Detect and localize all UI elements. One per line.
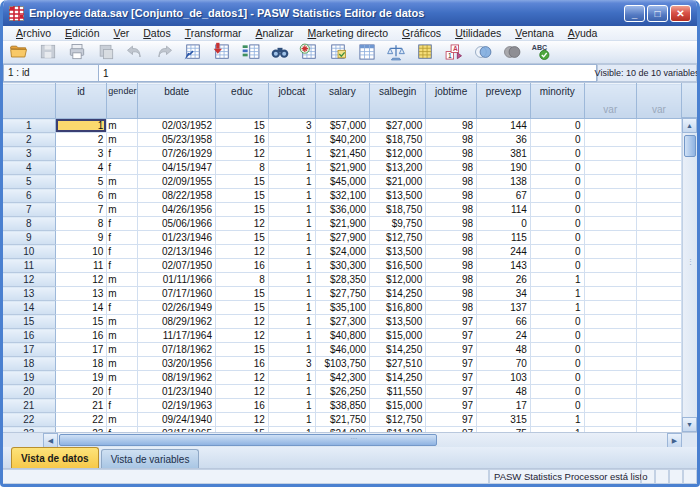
use-variable-sets-icon[interactable] (471, 42, 495, 63)
cell[interactable] (637, 161, 682, 175)
cell[interactable]: 3 (268, 357, 315, 371)
cell[interactable]: 1 (268, 399, 315, 413)
cell[interactable]: 16 (215, 357, 268, 371)
cell[interactable]: $27,510 (370, 357, 426, 371)
menu-archivo[interactable]: Archivo (9, 26, 58, 41)
cell[interactable]: 02/26/1949 (138, 301, 216, 315)
cell[interactable] (584, 203, 636, 217)
cell[interactable]: 1 (268, 315, 315, 329)
cell[interactable]: f (107, 161, 138, 175)
cell[interactable] (584, 399, 636, 413)
cell[interactable]: 98 (426, 245, 477, 259)
cell[interactable]: 01/11/1966 (138, 273, 216, 287)
cell[interactable]: m (107, 329, 138, 343)
cell[interactable]: 02/09/1955 (138, 175, 216, 189)
cell[interactable]: 0 (530, 259, 584, 273)
cell[interactable]: 01/23/1946 (138, 231, 216, 245)
cell[interactable] (584, 133, 636, 147)
cell[interactable]: 1 (268, 231, 315, 245)
cell[interactable]: m (107, 119, 138, 133)
row-header-15[interactable]: 15 (3, 315, 55, 329)
cell[interactable]: 05/06/1966 (138, 217, 216, 231)
cell[interactable]: $36,000 (315, 203, 370, 217)
cell[interactable]: $28,350 (315, 273, 370, 287)
cell[interactable]: 98 (426, 189, 477, 203)
scroll-up-arrow[interactable]: ▲ (682, 118, 697, 133)
cell[interactable]: $21,750 (315, 413, 370, 427)
column-header-jobcat[interactable]: jobcat (268, 84, 315, 119)
cell[interactable]: 13 (55, 287, 107, 301)
cell[interactable]: 08/22/1958 (138, 189, 216, 203)
cell[interactable]: 10 (55, 245, 107, 259)
cell[interactable]: 98 (426, 287, 477, 301)
cell[interactable]: 17 (55, 343, 107, 357)
cell[interactable]: $45,000 (315, 175, 370, 189)
cell[interactable]: 1 (268, 343, 315, 357)
cell[interactable]: 98 (426, 147, 477, 161)
horizontal-scroll-track[interactable]: ⋯ (58, 433, 667, 447)
insert-variable-icon[interactable] (326, 42, 350, 63)
pane-splitter-handle[interactable]: ⋮ (687, 258, 695, 266)
cell[interactable]: 12 (55, 273, 107, 287)
cell[interactable] (584, 175, 636, 189)
cell[interactable]: $38,850 (315, 399, 370, 413)
cell[interactable] (584, 245, 636, 259)
cell[interactable]: 04/26/1956 (138, 203, 216, 217)
cell[interactable]: 1 (268, 189, 315, 203)
row-header-22[interactable]: 22 (3, 413, 55, 427)
cell[interactable]: 15 (55, 315, 107, 329)
cell[interactable]: 22 (55, 413, 107, 427)
cell[interactable]: 1 (268, 175, 315, 189)
cell[interactable] (637, 119, 682, 133)
cell[interactable]: 0 (530, 203, 584, 217)
column-header-salary[interactable]: salary (315, 84, 370, 119)
column-header-gender[interactable]: gender (107, 84, 138, 119)
cell[interactable]: 114 (477, 203, 531, 217)
cell[interactable]: 26 (477, 273, 531, 287)
cell[interactable]: 1 (268, 413, 315, 427)
cell[interactable] (584, 161, 636, 175)
open-file-icon[interactable] (7, 42, 31, 63)
cell[interactable]: 70 (477, 357, 531, 371)
goto-variable-icon[interactable] (210, 42, 234, 63)
cell[interactable]: 97 (426, 357, 477, 371)
cell[interactable] (584, 189, 636, 203)
scroll-down-arrow[interactable]: ▼ (682, 417, 697, 432)
cell[interactable]: 15 (215, 203, 268, 217)
cell[interactable]: 67 (477, 189, 531, 203)
cell[interactable]: $11,550 (370, 385, 426, 399)
cell[interactable]: 05/23/1958 (138, 133, 216, 147)
spell-check-icon[interactable]: ABC (529, 42, 553, 63)
cell[interactable]: f (107, 231, 138, 245)
cell[interactable]: 04/15/1947 (138, 161, 216, 175)
cell[interactable] (584, 119, 636, 133)
row-header-20[interactable]: 20 (3, 385, 55, 399)
column-header-salbegin[interactable]: salbegin (370, 84, 426, 119)
cell[interactable]: 1 (530, 301, 584, 315)
cell[interactable]: f (107, 245, 138, 259)
column-header-educ[interactable]: educ (215, 84, 268, 119)
cell[interactable]: 0 (530, 119, 584, 133)
menu-marketing-directo[interactable]: Marketing directo (300, 26, 395, 41)
cell[interactable]: 1 (268, 301, 315, 315)
cell[interactable]: 98 (426, 231, 477, 245)
cell[interactable] (584, 147, 636, 161)
cell[interactable]: m (107, 343, 138, 357)
minimize-button[interactable]: _ (624, 5, 645, 22)
cell[interactable]: 0 (530, 175, 584, 189)
cell[interactable] (637, 175, 682, 189)
cell[interactable]: 19 (55, 371, 107, 385)
cell[interactable]: $35,100 (315, 301, 370, 315)
cell[interactable]: 16 (215, 259, 268, 273)
cell[interactable] (637, 399, 682, 413)
select-cases-icon[interactable] (413, 42, 437, 63)
cell[interactable]: 115 (477, 231, 531, 245)
menu-datos[interactable]: Datos (136, 26, 177, 41)
row-header-7[interactable]: 7 (3, 203, 55, 217)
menu-analizar[interactable]: Analizar (249, 26, 301, 41)
cell[interactable]: f (107, 385, 138, 399)
menu-utilidades[interactable]: Utilidades (448, 26, 508, 41)
cell[interactable]: 0 (530, 385, 584, 399)
cell[interactable]: 3 (55, 147, 107, 161)
cell[interactable]: 12 (215, 217, 268, 231)
